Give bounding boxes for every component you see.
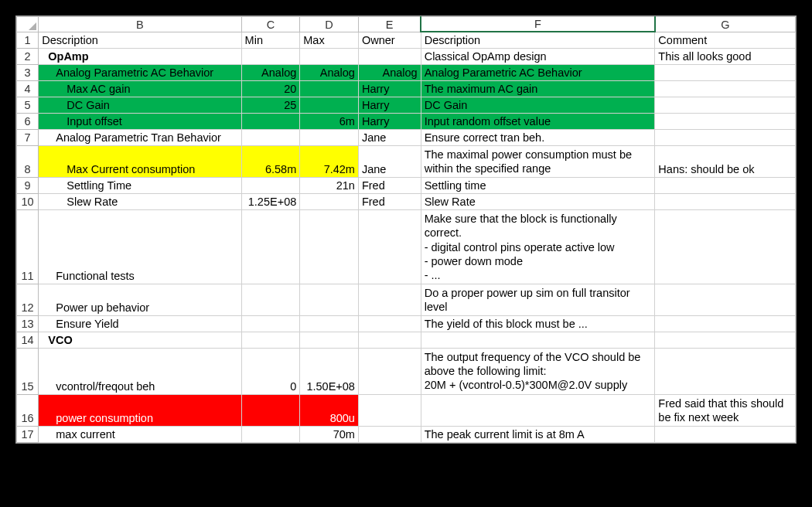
cell[interactable] [358,316,421,332]
grid[interactable]: B C D E F G 1 Description Min Max Owner … [16,16,796,443]
cell[interactable] [300,210,359,284]
cell[interactable] [655,316,796,332]
row-number[interactable]: 1 [17,32,39,49]
cell[interactable]: 70m [300,426,359,442]
row-number[interactable]: 9 [17,178,39,194]
row-number[interactable]: 4 [17,81,39,97]
cell[interactable] [358,394,421,426]
cell[interactable] [241,130,300,146]
cell[interactable]: Comment [655,32,796,49]
row-number[interactable]: 3 [17,65,39,81]
cell[interactable]: Ensure correct tran beh. [421,130,655,146]
cell[interactable] [241,49,300,65]
cell[interactable] [241,114,300,130]
row-number[interactable]: 11 [17,210,39,284]
cell[interactable]: Analog Parametric AC Behavior [39,65,241,81]
cell[interactable] [241,394,300,426]
cell[interactable]: Max Current consumption [39,146,241,178]
cell[interactable]: 6m [300,114,359,130]
cell[interactable] [300,332,359,349]
cell[interactable]: The yield of this block must be ... [421,316,655,332]
cell[interactable] [358,349,421,394]
col-header-d[interactable]: D [300,17,359,32]
cell[interactable] [300,81,359,97]
cell[interactable] [655,81,796,97]
cell[interactable]: OpAmp [39,49,241,65]
cell[interactable] [655,332,796,349]
cell[interactable] [241,316,300,332]
cell[interactable]: Fred said that this should be fix next w… [655,394,796,426]
cell[interactable] [300,316,359,332]
cell[interactable]: Hans: should be ok [655,146,796,178]
row-number[interactable]: 14 [17,332,39,349]
cell[interactable]: 800u [300,394,359,426]
cell[interactable]: 25 [241,97,300,114]
cell[interactable]: Fred [358,194,421,210]
cell[interactable] [358,332,421,349]
cell[interactable]: The peak current limit is at 8m A [421,426,655,442]
cell[interactable] [655,65,796,81]
cell[interactable]: Max AC gain [39,81,241,97]
col-header-e[interactable]: E [358,17,421,32]
cell[interactable]: Functional tests [39,210,241,284]
cell[interactable]: Ensure Yield [39,316,241,332]
cell[interactable]: Power up behavior [39,284,241,315]
cell[interactable]: Input offset [39,114,241,130]
cell[interactable]: Settling time [421,178,655,194]
cell[interactable]: Analog Parametric AC Behavior [421,65,655,81]
col-header-f[interactable]: F [421,17,655,32]
cell[interactable] [358,426,421,442]
cell[interactable] [300,284,359,315]
cell[interactable] [300,194,359,210]
cell[interactable]: The output frequency of the VCO should b… [421,349,655,394]
row-number[interactable]: 2 [17,49,39,65]
row-number[interactable]: 7 [17,130,39,146]
col-header-b[interactable]: B [39,17,241,32]
cell[interactable]: 21n [300,178,359,194]
cell[interactable] [358,49,421,65]
cell[interactable]: Description [421,32,655,49]
cell[interactable]: 7.42m [300,146,359,178]
cell[interactable]: Harry [358,81,421,97]
cell[interactable] [300,130,359,146]
cell[interactable]: Slew Rate [421,194,655,210]
col-header-g[interactable]: G [655,17,796,32]
cell[interactable]: Make sure that the block is functionally… [421,210,655,284]
row-number[interactable]: 16 [17,394,39,426]
cell[interactable]: Harry [358,97,421,114]
cell[interactable]: DC Gain [39,97,241,114]
cell[interactable] [655,349,796,394]
cell[interactable]: Fred [358,178,421,194]
row-number[interactable]: 8 [17,146,39,178]
cell[interactable]: Classical OpAmp design [421,49,655,65]
cell[interactable]: Analog [241,65,300,81]
cell[interactable]: Settling Time [39,178,241,194]
cell[interactable]: max current [39,426,241,442]
cell[interactable]: Do a proper power up sim on full transit… [421,284,655,315]
cell[interactable] [358,284,421,315]
cell[interactable]: 20 [241,81,300,97]
cell[interactable]: Analog [358,65,421,81]
cell[interactable] [241,284,300,315]
cell[interactable]: VCO [39,332,241,349]
select-all-corner[interactable] [17,17,39,32]
cell[interactable]: 6.58m [241,146,300,178]
cell[interactable]: 0 [241,349,300,394]
cell[interactable] [241,210,300,284]
cell[interactable]: Description [39,32,241,49]
cell[interactable]: Analog Parametric Tran Behavior [39,130,241,146]
cell[interactable]: Max [300,32,359,49]
cell[interactable] [300,97,359,114]
cell[interactable] [358,210,421,284]
cell[interactable]: Slew Rate [39,194,241,210]
cell[interactable]: Jane [358,146,421,178]
cell[interactable] [421,332,655,349]
cell[interactable]: Min [241,32,300,49]
cell[interactable]: DC Gain [421,97,655,114]
cell[interactable]: 1.25E+08 [241,194,300,210]
cell[interactable]: vcontrol/freqout beh [39,349,241,394]
cell[interactable] [421,394,655,426]
cell[interactable] [300,49,359,65]
cell[interactable] [655,210,796,284]
row-number[interactable]: 17 [17,426,39,442]
